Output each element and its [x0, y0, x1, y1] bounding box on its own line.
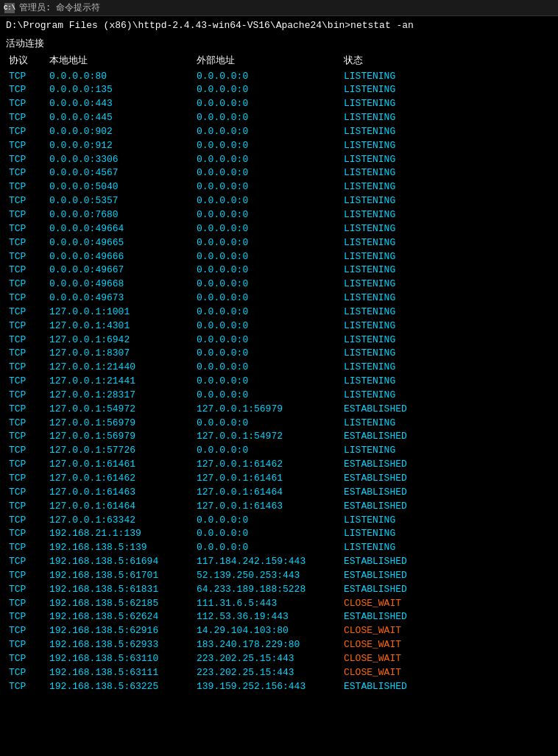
- table-row: TCP 192.168.138.5:61831 64.233.189.188:5…: [6, 583, 552, 597]
- foreign-addr-cell: 0.0.0.0:0: [197, 305, 344, 319]
- local-addr-cell: 192.168.138.5:139: [49, 541, 197, 555]
- foreign-addr-cell: 0.0.0.0:0: [197, 375, 344, 389]
- foreign-addr-cell: 0.0.0.0:0: [197, 236, 344, 250]
- proto-cell: TCP: [9, 555, 49, 569]
- proto-cell: TCP: [9, 403, 49, 417]
- local-addr-cell: 127.0.0.1:4301: [49, 319, 197, 333]
- foreign-addr-cell: 0.0.0.0:0: [197, 361, 344, 375]
- proto-cell: TCP: [9, 638, 49, 652]
- table-row: TCP 0.0.0.0:445 0.0.0.0:0 LISTENING: [6, 111, 552, 125]
- table-row: TCP 127.0.0.1:61462 127.0.0.1:61461 ESTA…: [6, 472, 552, 486]
- state-cell: CLOSE_WAIT: [344, 624, 401, 638]
- table-row: TCP 0.0.0.0:3306 0.0.0.0:0 LISTENING: [6, 153, 552, 167]
- foreign-addr-cell: 0.0.0.0:0: [197, 208, 344, 222]
- proto-cell: TCP: [9, 180, 49, 194]
- table-row: TCP 127.0.0.1:56979 127.0.0.1:54972 ESTA…: [6, 430, 552, 444]
- state-cell: ESTABLISHED: [344, 583, 407, 597]
- table-row: TCP 192.168.138.5:61701 52.139.250.253:4…: [6, 569, 552, 583]
- state-cell: LISTENING: [344, 83, 395, 97]
- table-row: TCP 192.168.138.5:61694 117.184.242.159:…: [6, 555, 552, 569]
- cmd-icon: C:\: [4, 3, 15, 13]
- state-cell: LISTENING: [344, 541, 395, 555]
- local-addr-cell: 192.168.21.1:139: [49, 527, 197, 541]
- local-addr-cell: 0.0.0.0:7680: [49, 208, 197, 222]
- foreign-addr-cell: 0.0.0.0:0: [197, 417, 344, 431]
- proto-cell: TCP: [9, 375, 49, 389]
- foreign-addr-cell: 127.0.0.1:56979: [197, 403, 344, 417]
- proto-cell: TCP: [9, 70, 49, 84]
- state-cell: LISTENING: [344, 333, 395, 347]
- table-row: TCP 0.0.0.0:49666 0.0.0.0:0 LISTENING: [6, 250, 552, 264]
- local-addr-cell: 192.168.138.5:62933: [49, 638, 197, 652]
- table-row: TCP 192.168.21.1:139 0.0.0.0:0 LISTENING: [6, 527, 552, 541]
- foreign-addr-cell: 0.0.0.0:0: [197, 222, 344, 236]
- table-row: TCP 127.0.0.1:21440 0.0.0.0:0 LISTENING: [6, 361, 552, 375]
- table-row: TCP 0.0.0.0:49673 0.0.0.0:0 LISTENING: [6, 292, 552, 305]
- state-cell: CLOSE_WAIT: [344, 597, 401, 611]
- local-addr-cell: 127.0.0.1:6942: [49, 333, 197, 347]
- table-row: TCP 127.0.0.1:4301 0.0.0.0:0 LISTENING: [6, 319, 552, 333]
- local-addr-cell: 0.0.0.0:5040: [49, 180, 197, 194]
- proto-cell: TCP: [9, 486, 49, 500]
- proto-cell: TCP: [9, 444, 49, 458]
- command-line: D:\Program Files (x86)\httpd-2.4.43-win6…: [6, 19, 552, 33]
- table-row: TCP 0.0.0.0:49664 0.0.0.0:0 LISTENING: [6, 222, 552, 236]
- table-row: TCP 127.0.0.1:57726 0.0.0.0:0 LISTENING: [6, 444, 552, 458]
- proto-cell: TCP: [9, 319, 49, 333]
- table-row: TCP 192.168.138.5:62185 111.31.6.5:443 C…: [6, 597, 552, 611]
- foreign-addr-cell: 127.0.0.1:61464: [197, 486, 344, 500]
- foreign-addr-cell: 117.184.242.159:443: [197, 555, 344, 569]
- local-addr-cell: 192.168.138.5:62624: [49, 610, 197, 624]
- proto-cell: TCP: [9, 430, 49, 444]
- table-row: TCP 0.0.0.0:49668 0.0.0.0:0 LISTENING: [6, 278, 552, 292]
- foreign-addr-cell: 0.0.0.0:0: [197, 444, 344, 458]
- table-row: TCP 192.168.138.5:63111 223.202.25.15:44…: [6, 666, 552, 680]
- proto-cell: TCP: [9, 250, 49, 264]
- state-cell: LISTENING: [344, 111, 395, 125]
- local-addr-cell: 192.168.138.5:61694: [49, 555, 197, 569]
- table-row: TCP 192.168.138.5:139 0.0.0.0:0 LISTENIN…: [6, 541, 552, 555]
- foreign-addr-cell: 0.0.0.0:0: [197, 194, 344, 208]
- local-addr-cell: 0.0.0.0:5357: [49, 194, 197, 208]
- proto-cell: TCP: [9, 514, 49, 528]
- local-addr-cell: 0.0.0.0:49668: [49, 278, 197, 292]
- foreign-addr-cell: 0.0.0.0:0: [197, 250, 344, 264]
- table-row: TCP 0.0.0.0:80 0.0.0.0:0 LISTENING: [6, 70, 552, 84]
- local-addr-cell: 0.0.0.0:80: [49, 70, 197, 84]
- local-addr-cell: 127.0.0.1:61464: [49, 500, 197, 514]
- table-row: TCP 127.0.0.1:6942 0.0.0.0:0 LISTENING: [6, 333, 552, 347]
- local-addr-cell: 0.0.0.0:3306: [49, 153, 197, 167]
- local-addr-cell: 127.0.0.1:63342: [49, 514, 197, 528]
- proto-cell: TCP: [9, 624, 49, 638]
- state-cell: ESTABLISHED: [344, 610, 407, 624]
- table-row: TCP 127.0.0.1:63342 0.0.0.0:0 LISTENING: [6, 514, 552, 528]
- state-cell: LISTENING: [344, 250, 395, 264]
- local-addr-cell: 0.0.0.0:912: [49, 139, 197, 153]
- local-addr-cell: 127.0.0.1:61463: [49, 486, 197, 500]
- proto-cell: TCP: [9, 652, 49, 666]
- table-row: TCP 127.0.0.1:8307 0.0.0.0:0 LISTENING: [6, 347, 552, 361]
- local-addr-cell: 127.0.0.1:56979: [49, 430, 197, 444]
- proto-cell: TCP: [9, 361, 49, 375]
- foreign-addr-cell: 127.0.0.1:61462: [197, 458, 344, 472]
- foreign-addr-cell: 111.31.6.5:443: [197, 597, 344, 611]
- title-bar: C:\ 管理员: 命令提示符: [0, 0, 558, 16]
- local-addr-cell: 127.0.0.1:21440: [49, 361, 197, 375]
- foreign-addr-cell: 127.0.0.1:54972: [197, 430, 344, 444]
- state-cell: LISTENING: [344, 166, 395, 180]
- table-row: TCP 0.0.0.0:49665 0.0.0.0:0 LISTENING: [6, 236, 552, 250]
- table-row: TCP 0.0.0.0:4567 0.0.0.0:0 LISTENING: [6, 166, 552, 180]
- foreign-addr-cell: 0.0.0.0:0: [197, 278, 344, 292]
- proto-cell: TCP: [9, 541, 49, 555]
- local-addr-cell: 127.0.0.1:57726: [49, 444, 197, 458]
- proto-cell: TCP: [9, 347, 49, 361]
- local-addr-cell: 127.0.0.1:61461: [49, 458, 197, 472]
- foreign-addr-cell: 127.0.0.1:61463: [197, 500, 344, 514]
- console-output: D:\Program Files (x86)\httpd-2.4.43-win6…: [0, 16, 558, 697]
- column-headers: 协议 本地地址 外部地址 状态: [6, 54, 552, 68]
- state-cell: LISTENING: [344, 319, 395, 333]
- proto-cell: TCP: [9, 333, 49, 347]
- state-cell: LISTENING: [344, 278, 395, 292]
- title-bar-text: 管理员: 命令提示符: [19, 1, 100, 14]
- proto-cell: TCP: [9, 222, 49, 236]
